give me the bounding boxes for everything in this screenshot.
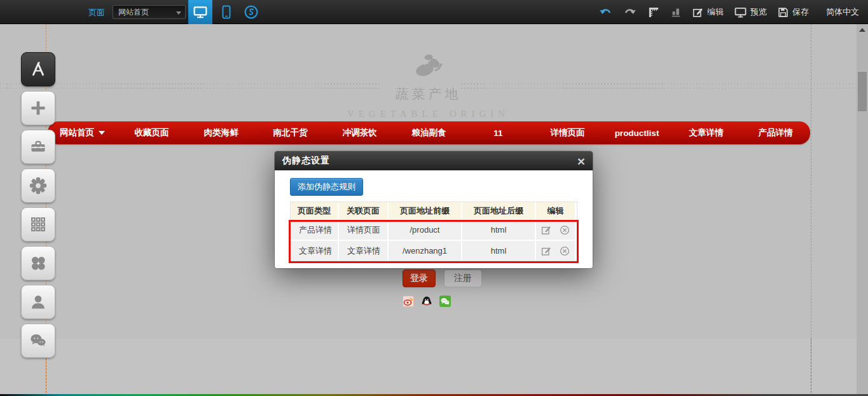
nav-item[interactable]: 详情页面 (533, 121, 602, 144)
add-rule-button[interactable]: 添加伪静态规则 (290, 178, 363, 196)
nav-item[interactable]: 肉类海鲜 (186, 121, 256, 144)
scrollbar-track[interactable] (857, 24, 868, 396)
toolbar-actions: 编辑 预览 保存 简体中文 (599, 0, 859, 24)
preview-button[interactable]: 预览 (734, 6, 767, 18)
table-header-cell: 页面地址前缀 (389, 202, 462, 220)
nav-item[interactable]: 11 (464, 121, 533, 144)
url-suffix-cell: html (462, 220, 536, 240)
sync-view-button[interactable] (240, 0, 263, 24)
social-login-row (403, 296, 451, 307)
redo-icon (623, 8, 637, 17)
page-select[interactable]: 网站首页 (113, 5, 186, 19)
sidebar-item-add[interactable] (21, 91, 55, 125)
page-type-cell: 文章详情 (291, 241, 339, 261)
sidebar-item-settings[interactable] (21, 168, 55, 203)
dialog-header[interactable]: 伪静态设置 × (275, 151, 593, 170)
page-type-cell: 产品详情 (291, 220, 339, 240)
preview-label: 预览 (750, 6, 767, 18)
register-button[interactable]: 注册 (444, 270, 482, 287)
table-header-cell: 页面地址后缀 (462, 202, 536, 220)
nav-item[interactable]: 南北干货 (256, 121, 325, 144)
sync-view-icon (244, 4, 259, 20)
page-select-value: 网站首页 (118, 8, 149, 17)
apps-clover-icon (29, 254, 47, 272)
site-main-nav: 网站首页收藏页面肉类海鲜南北干货冲调茶饮粮油副食11详情页面productlis… (48, 121, 810, 144)
sidebar (21, 52, 55, 358)
table-header-row: 页面类型关联页面页面地址前缀页面地址后缀编辑 (291, 202, 577, 220)
pseudo-static-dialog: 伪静态设置 × 添加伪静态规则 页面类型关联页面页面地址前缀页面地址后缀编辑 产… (275, 151, 593, 268)
mobile-view-button[interactable] (216, 0, 237, 24)
save-button[interactable]: 保存 (778, 6, 809, 18)
caret-down-icon (99, 131, 105, 135)
top-toolbar: 页面 网站首页 (0, 0, 868, 24)
nav-item-label: productlist (615, 128, 659, 138)
ruler-button[interactable] (647, 6, 659, 18)
save-label: 保存 (792, 6, 809, 18)
row-edit-icon[interactable] (541, 225, 551, 235)
nav-item-label: 11 (493, 128, 502, 138)
stats-button[interactable] (670, 6, 682, 18)
login-button[interactable]: 登录 (403, 270, 436, 287)
sidebar-item-design[interactable] (21, 52, 55, 86)
page-label: 页面 (88, 7, 105, 18)
nav-item[interactable]: 冲调茶饮 (325, 121, 394, 144)
edit-button[interactable]: 编辑 (692, 6, 724, 18)
redo-button[interactable] (623, 8, 637, 17)
vegetable-logo-icon (411, 51, 446, 80)
mobile-view-icon (222, 5, 231, 19)
chevron-down-icon (176, 11, 181, 15)
nav-item[interactable]: 粮油副食 (394, 121, 464, 144)
sidebar-item-toolbox[interactable] (21, 130, 55, 164)
undo-icon (599, 8, 612, 17)
dialog-body: 添加伪静态规则 页面类型关联页面页面地址前缀页面地址后缀编辑 产品详情详情页面/… (275, 170, 593, 268)
table-body: 产品详情详情页面/producthtml文章详情文章详情/wenzhang1ht… (291, 220, 577, 261)
site-logo: 蔬菜产地 VEGETABLE ORIGIN (0, 51, 857, 119)
row-actions-cell (536, 241, 575, 261)
weibo-icon[interactable] (403, 296, 414, 307)
settings-gear-icon (29, 176, 48, 195)
nav-item[interactable]: 产品详情 (741, 121, 810, 144)
qq-icon[interactable] (421, 296, 432, 307)
nav-item[interactable]: 网站首页 (48, 121, 117, 144)
design-tools-icon (30, 61, 46, 78)
scrollbar-up-arrow-icon[interactable] (859, 28, 865, 32)
linked-page-cell: 文章详情 (339, 241, 389, 261)
row-delete-icon[interactable] (560, 246, 570, 256)
login-row: 登录 注册 (403, 270, 482, 287)
linked-page-cell: 详情页面 (339, 220, 389, 240)
row-actions-cell (536, 220, 575, 240)
close-icon[interactable]: × (577, 154, 585, 168)
desktop-view-button[interactable] (188, 0, 212, 24)
add-icon (29, 99, 47, 117)
nav-item-label: 南北干货 (273, 127, 308, 139)
nav-item-label: 产品详情 (759, 127, 793, 139)
row-edit-icon[interactable] (541, 246, 551, 256)
sidebar-item-apps[interactable] (21, 246, 55, 280)
wechat-icon[interactable] (439, 296, 451, 307)
language-switcher[interactable]: 简体中文 (826, 6, 859, 18)
nav-item[interactable]: 收藏页面 (117, 121, 186, 144)
rules-table: 页面类型关联页面页面地址前缀页面地址后缀编辑 产品详情详情页面/producth… (290, 201, 577, 261)
nav-item-label: 冲调茶饮 (343, 127, 377, 139)
table-header-cell: 编辑 (536, 202, 575, 220)
sidebar-item-modules[interactable] (21, 207, 55, 242)
nav-item[interactable]: productlist (602, 121, 672, 144)
chat-bubbles-icon (29, 331, 48, 350)
table-row: 文章详情文章详情/wenzhang1html (291, 241, 577, 261)
row-delete-icon[interactable] (560, 225, 570, 235)
sidebar-item-chat[interactable] (21, 324, 55, 358)
user-icon (29, 293, 47, 311)
sidebar-item-user[interactable] (21, 285, 55, 319)
edit-label: 编辑 (707, 6, 724, 18)
page-section-shade (0, 339, 857, 394)
nav-item-label: 详情页面 (551, 127, 585, 139)
toolbox-icon (29, 138, 47, 156)
desktop-view-icon (193, 6, 207, 18)
nav-item[interactable]: 文章详情 (672, 121, 741, 144)
table-header-cell: 页面类型 (291, 202, 339, 220)
site-subtitle: VEGETABLE ORIGIN (0, 109, 857, 119)
undo-button[interactable] (599, 8, 612, 17)
scrollbar-thumb[interactable] (858, 72, 867, 111)
table-header-cell: 关联页面 (339, 202, 389, 220)
preview-monitor-icon (734, 7, 747, 18)
